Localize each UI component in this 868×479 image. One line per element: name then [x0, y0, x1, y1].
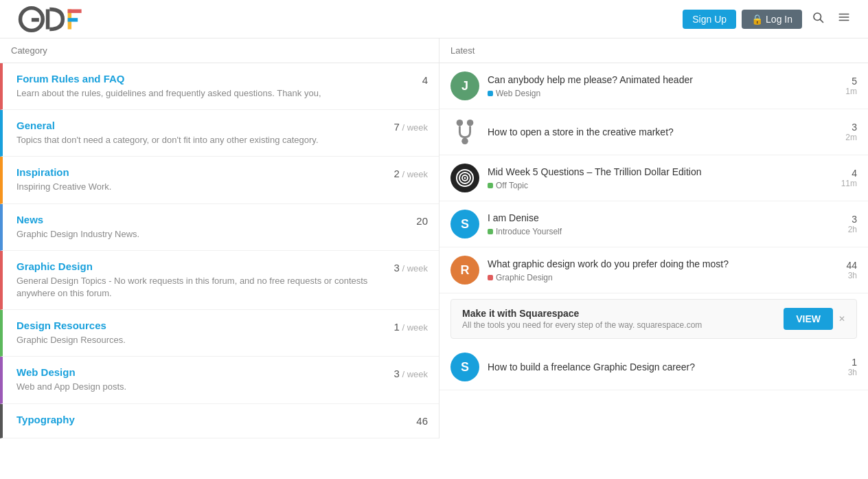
- avatar-animated-header: J: [450, 71, 479, 100]
- latest-title-creative-market[interactable]: How to open a store in the creative mark…: [488, 126, 821, 138]
- latest-info-creative-market: How to open a store in the creative mark…: [488, 126, 821, 138]
- ad-view-button[interactable]: VIEW: [784, 308, 833, 330]
- stat-replies-creative-market: 3: [830, 122, 857, 133]
- category-info-forum-rules: Forum Rules and FAQ Learn about the rule…: [16, 73, 373, 100]
- category-row-graphic-design[interactable]: Graphic Design General Design Topics - N…: [0, 251, 439, 310]
- ad-desc: All the tools you need for every step of…: [462, 320, 773, 330]
- category-name-typography[interactable]: Typography: [16, 414, 373, 425]
- svg-point-18: [464, 177, 466, 179]
- category-name-news[interactable]: News: [16, 214, 373, 225]
- latest-info-i-am-denise: I am Denise Introduce Yourself: [488, 212, 821, 236]
- lock-icon: 🔒: [751, 14, 763, 25]
- right-column: Latest J Can anybody help me please? Ani…: [439, 38, 868, 438]
- avatar-i-am-denise: S: [450, 210, 479, 238]
- svg-rect-5: [68, 18, 78, 21]
- category-name-graphic-design[interactable]: Graphic Design: [16, 260, 373, 272]
- left-column: Category Forum Rules and FAQ Learn about…: [0, 38, 439, 438]
- latest-stats-freelance-career: 1 3h: [830, 357, 857, 377]
- svg-point-11: [457, 120, 464, 126]
- category-row-web-design[interactable]: Web Design Web and App Design posts. 3 /…: [0, 357, 439, 403]
- latest-info-graphic-design-work: What graphic design work do you prefer d…: [488, 258, 821, 282]
- svg-rect-1: [32, 18, 39, 21]
- stat-replies-mid-week: 4: [830, 168, 857, 179]
- logo[interactable]: [14, 5, 103, 33]
- latest-title-mid-week[interactable]: Mid Week 5 Questions – The Trillion Doll…: [488, 166, 821, 178]
- category-row-typography[interactable]: Typography 46: [0, 404, 439, 438]
- fork-avatar: [450, 118, 479, 146]
- tag-dot-graphic-design-work: [488, 275, 493, 280]
- category-info-typography: Typography: [16, 414, 373, 428]
- svg-point-13: [461, 138, 468, 145]
- latest-row-graphic-design-work: R What graphic design work do you prefer…: [439, 247, 868, 293]
- tag-dot-i-am-denise: [488, 229, 493, 234]
- tag-dot-mid-week: [488, 183, 493, 188]
- ad-content: Make it with Squarespace All the tools y…: [462, 308, 773, 330]
- avatar-freelance-career: S: [450, 353, 479, 381]
- latest-stats-mid-week: 4 11m: [830, 168, 857, 188]
- stat-replies-freelance-career: 1: [830, 357, 857, 368]
- latest-title-animated-header[interactable]: Can anybody help me please? Animated hea…: [488, 74, 821, 86]
- category-topics-design-resources: 1 / week: [373, 320, 428, 333]
- category-desc-design-resources: Graphic Design Resources.: [16, 334, 373, 346]
- category-tag-graphic-design-work[interactable]: Graphic Design: [488, 273, 553, 282]
- category-desc-general: Topics that don't need a category, or do…: [16, 134, 373, 146]
- category-topics-typography: 46: [373, 414, 428, 427]
- ad-banner: Make it with Squarespace All the tools y…: [450, 299, 857, 339]
- stat-replies-i-am-denise: 3: [830, 214, 857, 225]
- svg-rect-4: [68, 9, 82, 12]
- category-topics-web-design: 3 / week: [373, 366, 428, 379]
- latest-title-freelance-career[interactable]: How to build a freelance Graphic Design …: [488, 361, 821, 373]
- ad-close-icon[interactable]: ✕: [838, 314, 845, 324]
- category-info-web-design: Web Design Web and App Design posts.: [16, 366, 373, 393]
- latest-stats-creative-market: 3 2m: [830, 122, 857, 142]
- latest-list: J Can anybody help me please? Animated h…: [439, 63, 868, 390]
- category-row-forum-rules[interactable]: Forum Rules and FAQ Learn about the rule…: [0, 63, 439, 110]
- tag-label-i-am-denise: Introduce Yourself: [496, 227, 562, 236]
- menu-button[interactable]: [834, 8, 854, 30]
- category-tag-animated-header[interactable]: Web Design: [488, 89, 540, 98]
- category-name-inspiration[interactable]: Inspiration: [16, 166, 373, 178]
- category-info-graphic-design: Graphic Design General Design Topics - N…: [16, 260, 373, 300]
- stat-time-i-am-denise: 2h: [830, 225, 857, 234]
- latest-info-animated-header: Can anybody help me please? Animated hea…: [488, 74, 821, 98]
- category-topics-inspiration: 2 / week: [373, 166, 428, 179]
- stat-time-animated-header: 1m: [830, 87, 857, 96]
- category-desc-news: Graphic Design Industry News.: [16, 228, 373, 241]
- latest-row-animated-header: J Can anybody help me please? Animated h…: [439, 63, 868, 109]
- latest-row-freelance-career: S How to build a freelance Graphic Desig…: [439, 344, 868, 390]
- category-tag-mid-week[interactable]: Off Topic: [488, 181, 528, 190]
- tag-dot-animated-header: [488, 91, 493, 96]
- ad-title: Make it with Squarespace: [462, 308, 773, 319]
- category-name-forum-rules[interactable]: Forum Rules and FAQ: [16, 73, 373, 85]
- category-row-general[interactable]: General Topics that don't need a categor…: [0, 110, 439, 157]
- category-row-inspiration[interactable]: Inspiration Inspiring Creative Work. 2 /…: [0, 157, 439, 203]
- category-name-web-design[interactable]: Web Design: [16, 366, 373, 378]
- tag-label-animated-header: Web Design: [496, 89, 540, 98]
- latest-title-graphic-design-work[interactable]: What graphic design work do you prefer d…: [488, 258, 821, 270]
- category-name-general[interactable]: General: [16, 120, 373, 131]
- category-row-design-resources[interactable]: Design Resources Graphic Design Resource…: [0, 310, 439, 357]
- category-info-news: News Graphic Design Industry News.: [16, 214, 373, 241]
- category-topics-forum-rules: 4: [373, 73, 428, 86]
- stat-replies-graphic-design-work: 44: [830, 260, 857, 271]
- category-row-news[interactable]: News Graphic Design Industry News. 20: [0, 204, 439, 251]
- latest-title-i-am-denise[interactable]: I am Denise: [488, 212, 821, 224]
- header: Sign Up 🔒 Log In: [0, 0, 868, 38]
- spiral-avatar: [450, 164, 479, 192]
- signup-button[interactable]: Sign Up: [683, 10, 736, 29]
- category-col-header: Category: [0, 38, 439, 63]
- category-info-inspiration: Inspiration Inspiring Creative Work.: [16, 166, 373, 193]
- category-desc-web-design: Web and App Design posts.: [16, 381, 373, 393]
- category-name-design-resources[interactable]: Design Resources: [16, 320, 373, 331]
- login-button[interactable]: 🔒 Log In: [742, 10, 802, 29]
- latest-col-header: Latest: [439, 38, 868, 63]
- header-actions: Sign Up 🔒 Log In: [683, 8, 854, 30]
- svg-point-12: [467, 120, 474, 126]
- avatar-graphic-design-work: R: [450, 256, 479, 285]
- category-info-design-resources: Design Resources Graphic Design Resource…: [16, 320, 373, 346]
- category-topics-general: 7 / week: [373, 120, 428, 133]
- latest-row-creative-market: How to open a store in the creative mark…: [439, 109, 868, 155]
- search-button[interactable]: [808, 8, 828, 30]
- category-tag-i-am-denise[interactable]: Introduce Yourself: [488, 227, 562, 236]
- category-topics-news: 20: [373, 214, 428, 227]
